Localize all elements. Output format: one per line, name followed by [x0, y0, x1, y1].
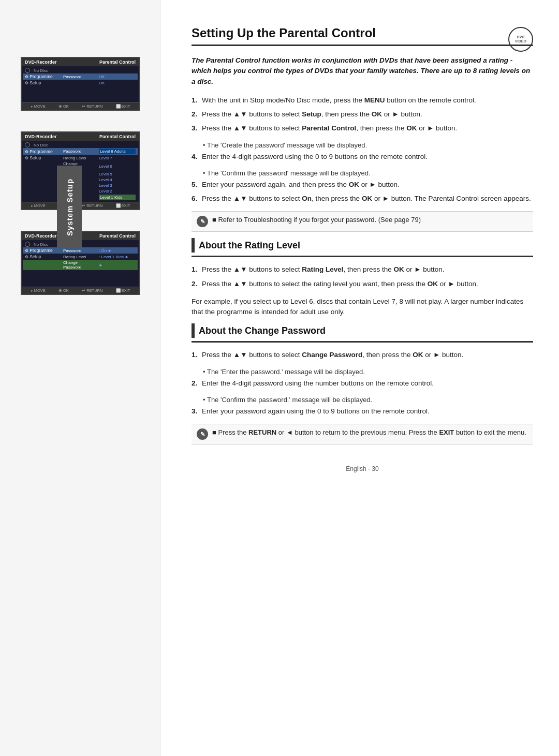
- video-label: VIDEO: [515, 39, 526, 43]
- dvd-video-icon: DVD VIDEO: [508, 27, 533, 52]
- dvd-row-setup-2: ⚙ Setup Rating Level Level 7: [23, 155, 138, 161]
- note-text-setup: ■ Refer to Troubleshooting if you forgot…: [212, 216, 421, 224]
- dvd-screen-1: DVD-Recorder Parental Control No Disc ⚙ …: [21, 57, 140, 111]
- setup-steps-list-cont2: 5. Enter your password again, and then p…: [192, 180, 533, 204]
- parental-control-label-2: Parental Control: [99, 134, 136, 139]
- rating-extra-text: For example, if you select up to Level 6…: [192, 297, 533, 318]
- dvd-screen-3-footer: ⬥ MOVE ⊕ OK ↩ RETURN ⬜ EXIT: [22, 287, 139, 294]
- parental-control-label-3: Parental Control: [99, 233, 136, 239]
- dvd-recorder-label-3: DVD-Recorder: [25, 233, 57, 239]
- setup-step-3: 3. Press the ▲▼ buttons to select Parent…: [192, 123, 533, 134]
- password-step-2: 2. Enter the 4-digit password using the …: [192, 378, 533, 389]
- dvd-recorder-label-1: DVD-Recorder: [25, 60, 57, 65]
- sub-bullet-confirm-pw: The 'Confirm the password' message will …: [203, 169, 533, 177]
- note-box-password: ✎ ■ Press the RETURN or ◄ button to retu…: [192, 424, 533, 444]
- no-disc-row-1: No Disc: [23, 67, 138, 73]
- dvd-screen-1-body: No Disc ⚙ Programme Password Off ⚙ Setup: [22, 66, 139, 102]
- dvd-screen-1-header: DVD-Recorder Parental Control: [22, 58, 139, 66]
- note-box-setup: ✎ ■ Refer to Troubleshooting if you forg…: [192, 211, 533, 232]
- dvd-row-programme-1: ⚙ Programme Password Off: [23, 73, 138, 80]
- intro-text: The Parental Control function works in c…: [192, 55, 533, 87]
- note-text-password: ■ Press the RETURN or ◄ button to return…: [212, 428, 526, 436]
- page: System Setup DVD-Recorder Parental Contr…: [0, 0, 559, 756]
- no-disc-row-2: No Disc: [23, 142, 138, 148]
- password-step-1: 1. Press the ▲▼ buttons to select Change…: [192, 350, 533, 360]
- side-tab-label: System Setup: [65, 178, 74, 235]
- setup-steps-list: 1. With the unit in Stop mode/No Disc mo…: [192, 95, 533, 134]
- setup-step-4: 4. Enter the 4-digit password using the …: [192, 152, 533, 162]
- rating-step-2: 2. Press the ▲▼ buttons to select the ra…: [192, 279, 533, 289]
- right-panel: DVD VIDEO Setting Up the Parental Contro…: [160, 0, 559, 756]
- sub-bullet-create-pw: The 'Create the password' message will b…: [203, 141, 533, 149]
- rating-steps-list: 1. Press the ▲▼ buttons to select Rating…: [192, 264, 533, 289]
- page-footer: English - 30: [192, 460, 533, 472]
- sub-bullet-confirm-pw2: The 'Confirm the password.' message will…: [203, 396, 533, 404]
- setup-step-1: 1. With the unit in Stop mode/No Disc mo…: [192, 95, 533, 106]
- rating-step-1: 1. Press the ▲▼ buttons to select Rating…: [192, 264, 533, 275]
- dvd-row-empty-1a: [23, 86, 138, 91]
- dvd-label: DVD: [515, 35, 526, 39]
- setup-step-5: 5. Enter your password again, and then p…: [192, 180, 533, 190]
- dvd-row-empty-1c: [23, 96, 138, 101]
- dvd-row-empty-1b: [23, 91, 138, 96]
- password-steps-list-cont2: 3. Enter your password again using the 0…: [192, 406, 533, 417]
- password-steps-list-cont: 2. Enter the 4-digit password using the …: [192, 378, 533, 389]
- setup-step-2: 2. Press the ▲▼ buttons to select Setup,…: [192, 109, 533, 120]
- page-title: Setting Up the Parental Control: [192, 26, 533, 46]
- setup-steps-list-cont: 4. Enter the 4-digit password using the …: [192, 152, 533, 162]
- system-setup-tab: System Setup: [57, 166, 82, 248]
- screens-column: DVD-Recorder Parental Control No Disc ⚙ …: [16, 31, 150, 295]
- sub-bullet-enter-pw: The 'Enter the password.' message will b…: [203, 368, 533, 376]
- note-icon-setup: ✎: [197, 216, 208, 227]
- section-rating-title: About the Rating Level: [199, 240, 300, 251]
- setup-step-6: 6. Press the ▲▼ buttons to select On, th…: [192, 194, 533, 204]
- dvd-row-programme-2: ⚙ Programme Password Level 8 Adults: [23, 148, 138, 155]
- dvd-row-changepw-3: Change Password ►: [23, 260, 138, 270]
- dvd-row-setup-1: ⚙ Setup On: [23, 80, 138, 86]
- dvd-screen-1-footer: ⬥ MOVE ⊕ OK ↩ RETURN ⬜ EXIT: [22, 102, 139, 110]
- password-steps-list: 1. Press the ▲▼ buttons to select Change…: [192, 350, 533, 360]
- section-change-password: About the Change Password: [192, 323, 533, 343]
- parental-control-label-1: Parental Control: [99, 60, 136, 65]
- password-step-3: 3. Enter your password again using the 0…: [192, 406, 533, 417]
- section-rating-level: About the Rating Level: [192, 238, 533, 257]
- dvd-row-setup-3: ⚙ Setup Rating Level : Level 1 Kids ►: [23, 254, 138, 260]
- section-password-title: About the Change Password: [199, 325, 326, 336]
- left-panel: DVD-Recorder Parental Control No Disc ⚙ …: [0, 0, 160, 756]
- dvd-recorder-label-2: DVD-Recorder: [25, 134, 57, 139]
- note-icon-password: ✎: [197, 428, 208, 440]
- dvd-screen-2-header: DVD-Recorder Parental Control: [22, 132, 139, 141]
